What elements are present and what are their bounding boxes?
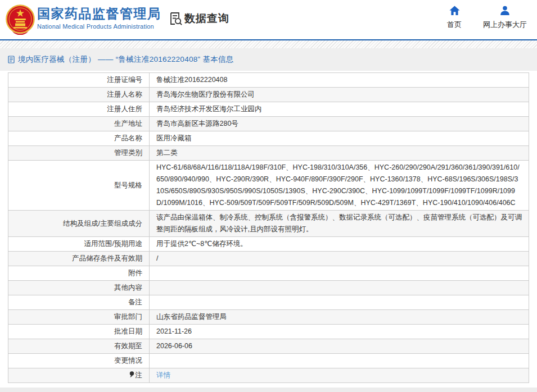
home-icon	[449, 6, 460, 16]
row-label: 注册证编号	[8, 73, 150, 88]
row-label: 变更情况	[8, 354, 150, 368]
header: 国家药品监督管理局 National Medical Products Admi…	[0, 0, 537, 39]
nmpa-emblem-logo	[6, 4, 35, 35]
row-value	[150, 281, 529, 295]
table-row: 注册证编号鲁械注准20162220408	[8, 73, 529, 88]
row-value: 该产品由保温箱体、制冷系统、控制系统（含报警系统）、数据记录系统（可选配）、疫苗…	[150, 211, 529, 237]
row-value	[150, 295, 529, 310]
row-value: 用于提供2℃~8℃储存环境。	[150, 237, 529, 252]
row-value: 青岛经济技术开发区海尔工业园内	[150, 102, 529, 117]
row-label: 产品名称	[8, 131, 150, 146]
data-query-section: 数据查询	[168, 11, 229, 26]
table-row: 注册人住所青岛经济技术开发区海尔工业园内	[8, 102, 529, 117]
nav-online-hall[interactable]: 网上办事大厅	[483, 6, 527, 30]
table-row: 注册人名称青岛海尔生物医疗股份有限公司	[8, 88, 529, 102]
table-row: 管理类别第二类	[8, 146, 529, 161]
table-row: 结构及组成/主要组成成分该产品由保温箱体、制冷系统、控制系统（含报警系统）、数据…	[8, 211, 529, 237]
table-row: 产品名称医用冷藏箱	[8, 131, 529, 146]
document-icon	[8, 56, 15, 63]
table-row: 产品储存条件及有效期/	[8, 252, 529, 266]
table-row: 批准日期2021-11-26	[8, 325, 529, 339]
site-subtitle: National Medical Products Administration	[37, 23, 161, 30]
footer-strip	[0, 388, 537, 392]
row-label: 注册人住所	[8, 102, 150, 117]
row-value	[150, 354, 529, 368]
row-label: 型号规格	[8, 161, 150, 211]
table-row: 审批部门山东省药品监督管理局	[8, 310, 529, 325]
breadcrumb: 境内医疗器械（注册） —— “鲁械注准20162220408” 基本信息	[0, 48, 537, 71]
row-value: 青岛海尔生物医疗股份有限公司	[150, 88, 529, 102]
table-row: 其他内容	[8, 281, 529, 295]
row-value: 2021-11-26	[150, 325, 529, 339]
info-table: 注册证编号鲁械注准20162220408注册人名称青岛海尔生物医疗股份有限公司注…	[8, 72, 529, 383]
row-label: 注册人名称	[8, 88, 150, 102]
info-table-body: 注册证编号鲁械注准20162220408注册人名称青岛海尔生物医疗股份有限公司注…	[8, 73, 529, 383]
row-value: /	[150, 252, 529, 266]
user-icon	[500, 6, 511, 16]
table-row: 变更情况	[8, 354, 529, 368]
nav-online-hall-label: 网上办事大厅	[483, 20, 527, 30]
data-query-icon	[168, 11, 183, 26]
nav-home[interactable]: 首页	[447, 6, 462, 30]
row-value: 2026-06-06	[150, 339, 529, 354]
hatch-band	[0, 40, 537, 48]
row-label: 附件	[8, 266, 150, 281]
row-label: 注	[8, 368, 150, 383]
row-value: 鲁械注准20162220408	[150, 73, 529, 88]
table-row: 注详情	[8, 368, 529, 383]
row-label: 产品储存条件及有效期	[8, 252, 150, 266]
site-logo-text: 国家药品监督管理局 National Medical Products Admi…	[37, 6, 161, 30]
nav-home-label: 首页	[447, 20, 462, 30]
breadcrumb-text: 境内医疗器械（注册） —— “鲁械注准20162220408” 基本信息	[18, 54, 234, 65]
row-label: 生产地址	[8, 117, 150, 131]
top-nav: 首页 网上办事大厅	[447, 6, 527, 30]
data-query-label: 数据查询	[184, 11, 229, 26]
note-pin-icon	[129, 370, 134, 377]
row-value: 医用冷藏箱	[150, 131, 529, 146]
row-value: HYC-61/68/68A/116/118/118A/198F/310F、HYC…	[150, 161, 529, 211]
row-label: 备注	[8, 295, 150, 310]
table-row: 附件	[8, 266, 529, 281]
row-label: 适用范围/预期用途	[8, 237, 150, 252]
site-title: 国家药品监督管理局	[37, 6, 161, 21]
row-value: 第二类	[150, 146, 529, 161]
table-row: 有效期至2026-06-06	[8, 339, 529, 354]
row-label: 结构及组成/主要组成成分	[8, 211, 150, 237]
row-value	[150, 266, 529, 281]
page: 国家药品监督管理局 National Medical Products Admi…	[0, 0, 537, 383]
table-row: 备注	[8, 295, 529, 310]
row-label: 其他内容	[8, 281, 150, 295]
row-label: 审批部门	[8, 310, 150, 325]
row-label: 管理类别	[8, 146, 150, 161]
table-row: 生产地址青岛市高新区丰源路280号	[8, 117, 529, 131]
table-row: 适用范围/预期用途用于提供2℃~8℃储存环境。	[8, 237, 529, 252]
row-value: 山东省药品监督管理局	[150, 310, 529, 325]
row-label: 批准日期	[8, 325, 150, 339]
table-row: 型号规格HYC-61/68/68A/116/118/118A/198F/310F…	[8, 161, 529, 211]
row-label: 有效期至	[8, 339, 150, 354]
details-link[interactable]: 详情	[156, 371, 170, 379]
row-value: 详情	[150, 368, 529, 383]
row-value: 青岛市高新区丰源路280号	[150, 117, 529, 131]
